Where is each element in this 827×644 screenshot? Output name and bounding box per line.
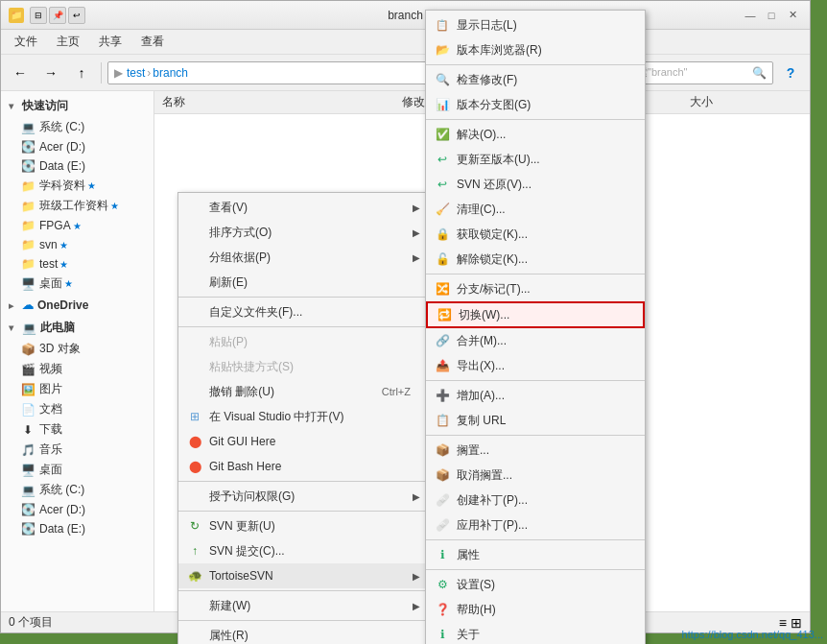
- onedrive-header[interactable]: ▸ ☁ OneDrive: [1, 296, 154, 315]
- ctx2-unstash[interactable]: 📦 取消搁置...: [426, 463, 645, 488]
- ctx2-props[interactable]: ℹ 属性: [426, 542, 645, 567]
- sidebar-item-subject[interactable]: 📁 学科资料 ★: [1, 176, 154, 196]
- ctx-vs[interactable]: ⊞ 在 Visual Studio 中打开(V): [178, 404, 426, 429]
- ctx2-removelock[interactable]: 🔓 解除锁定(K)...: [426, 247, 645, 272]
- ctx-svnupdate-icon: ↻: [186, 517, 203, 535]
- sidebar-pc-doc[interactable]: 📄 文档: [1, 399, 154, 419]
- sidebar-pc-c2-label: 系统 (C:): [39, 482, 84, 498]
- ctx2-getlock[interactable]: 🔒 获取锁定(K)...: [426, 222, 645, 247]
- folder-3d-icon: 📦: [20, 342, 35, 357]
- sidebar-pc-desktop2[interactable]: 🖥️ 桌面: [1, 460, 154, 480]
- ctx2-switch[interactable]: 🔁 切换(W)...: [426, 301, 645, 328]
- ctx2-branch[interactable]: 🔀 分支/标记(T)...: [426, 276, 645, 301]
- pin-icon[interactable]: 📌: [49, 7, 66, 24]
- ctx-paste-label: 粘贴(P): [209, 334, 248, 350]
- pin-star6: ★: [64, 278, 73, 289]
- ctx-svncommit[interactable]: ↑ SVN 提交(C)...: [178, 538, 426, 563]
- minimize-button[interactable]: —: [741, 6, 760, 25]
- ctx-view[interactable]: 查看(V) ▶: [178, 195, 426, 220]
- sidebar-pc-e2[interactable]: 💽 Data (E:): [1, 519, 154, 538]
- ctx2-sep4: [426, 380, 645, 381]
- ctx-properties-icon: [186, 627, 203, 644]
- ctx-paste[interactable]: 粘贴(P): [178, 329, 426, 354]
- sidebar-item-test[interactable]: 📁 test ★: [1, 254, 154, 274]
- sidebar-item-svn-label: svn: [39, 238, 58, 251]
- ctx2-stash[interactable]: 📦 搁置...: [426, 438, 645, 463]
- ctx2-applypatch[interactable]: 🩹 应用补丁(P)...: [426, 513, 645, 537]
- sidebar-item-svn[interactable]: 📁 svn ★: [1, 235, 154, 254]
- menu-bar: 文件 主页 共享 查看: [1, 30, 810, 55]
- search-icon[interactable]: 🔍: [752, 66, 767, 80]
- sidebar-pc-d2[interactable]: 💽 Acer (D:): [1, 500, 154, 519]
- ctx2-repobrowser[interactable]: 📂 版本库浏览器(R): [426, 37, 645, 62]
- ctx2-revert[interactable]: ↩ SVN 还原(V)...: [426, 172, 645, 197]
- ctx-paste-shortcut[interactable]: 粘贴快捷方式(S): [178, 354, 426, 379]
- ctx-group[interactable]: 分组依据(P) ▶: [178, 245, 426, 270]
- breadcrumb-branch[interactable]: branch: [153, 66, 188, 80]
- ctx2-help[interactable]: ❓ 帮助(H): [426, 597, 645, 622]
- ctx2-applypatch-icon: 🩹: [434, 516, 451, 534]
- folder-class-icon: 📁: [20, 199, 35, 214]
- ctx-gitgui[interactable]: ⬤ Git GUI Here: [178, 429, 426, 454]
- ctx2-about[interactable]: ℹ 关于: [426, 622, 645, 644]
- ctx2-sep7: [426, 569, 645, 570]
- forward-button[interactable]: →: [37, 60, 64, 86]
- watermark: https://blog.csdn.net/qq_413...: [682, 629, 823, 640]
- sidebar-pc-video[interactable]: 🎬 视频: [1, 359, 154, 379]
- up-button[interactable]: ↑: [68, 60, 95, 86]
- this-pc-header[interactable]: ▾ 💻 此电脑: [1, 317, 154, 339]
- sidebar-item-subject-label: 学科资料: [39, 178, 85, 194]
- ctx2-repobrowser-label: 版本库浏览器(R): [457, 42, 542, 59]
- ctx-sep2: [178, 326, 426, 327]
- ctx2-removelock-label: 解除锁定(K)...: [457, 251, 528, 268]
- ctx2-merge[interactable]: 🔗 合并(M)...: [426, 328, 645, 353]
- sidebar-pc-c2[interactable]: 💻 系统 (C:): [1, 480, 154, 500]
- sidebar-item-e[interactable]: 💽 Data (E:): [1, 156, 154, 176]
- ctx-undo[interactable]: 撤销 删除(U) Ctrl+Z: [178, 379, 426, 404]
- ctx-access[interactable]: 授予访问权限(G) ▶: [178, 484, 426, 509]
- menu-share[interactable]: 共享: [89, 32, 131, 53]
- maximize-button[interactable]: □: [762, 6, 781, 25]
- ctx2-sep6: [426, 539, 645, 540]
- sidebar-pc-download[interactable]: ⬇ 下载: [1, 419, 154, 440]
- sidebar-pc-picture[interactable]: 🖼️ 图片: [1, 379, 154, 399]
- ctx-new[interactable]: 新建(W) ▶: [178, 593, 426, 618]
- ctx2-export[interactable]: 📤 导出(X)...: [426, 353, 645, 378]
- ctx-tortoise[interactable]: 🐢 TortoiseSVN ▶: [178, 563, 426, 588]
- help-button[interactable]: ?: [777, 60, 804, 86]
- sidebar-item-class[interactable]: 📁 班级工作资料 ★: [1, 196, 154, 216]
- sidebar-item-c[interactable]: 💻 系统 (C:): [1, 117, 154, 137]
- ctx2-showlog[interactable]: 📋 显示日志(L): [426, 12, 645, 37]
- undo-icon[interactable]: ↩: [68, 7, 85, 24]
- ctx-properties[interactable]: 属性(R): [178, 623, 426, 644]
- sidebar-pc-music[interactable]: 🎵 音乐: [1, 440, 154, 460]
- ctx2-cleanup[interactable]: 🧹 清理(C)...: [426, 197, 645, 222]
- menu-file[interactable]: 文件: [5, 32, 47, 53]
- ctx2-add[interactable]: ➕ 增加(A)...: [426, 383, 645, 408]
- breadcrumb-test[interactable]: test: [127, 66, 145, 80]
- ctx-customize[interactable]: 自定义文件夹(F)...: [178, 299, 426, 324]
- sidebar-pc-3d[interactable]: 📦 3D 对象: [1, 339, 154, 359]
- back-button[interactable]: ←: [7, 60, 34, 86]
- ctx-gitbash[interactable]: ⬤ Git Bash Here: [178, 454, 426, 479]
- ctx2-copyurl[interactable]: 📋 复制 URL: [426, 408, 645, 433]
- ctx2-createpatch[interactable]: 🩹 创建补丁(P)...: [426, 488, 645, 513]
- sidebar-item-desktop[interactable]: 🖥️ 桌面 ★: [1, 274, 154, 294]
- ctx2-update[interactable]: ↩ 更新至版本(U)...: [426, 147, 645, 172]
- close-button[interactable]: ✕: [783, 6, 802, 25]
- menu-home[interactable]: 主页: [47, 32, 89, 53]
- quick-access-icon[interactable]: ⊟: [30, 7, 47, 24]
- ctx-refresh[interactable]: 刷新(E): [178, 270, 426, 295]
- window-icon: 📁: [9, 8, 24, 23]
- quick-access-header[interactable]: ▾ 快速访问: [1, 95, 154, 117]
- ctx-svnupdate[interactable]: ↻ SVN 更新(U): [178, 513, 426, 538]
- menu-view[interactable]: 查看: [131, 32, 174, 53]
- ctx-sort[interactable]: 排序方式(O) ▶: [178, 220, 426, 245]
- ctx2-branchgraph[interactable]: 📊 版本分支图(G): [426, 92, 645, 117]
- ctx-sep5: [178, 590, 426, 591]
- ctx2-resolve[interactable]: ✅ 解决(O)...: [426, 122, 645, 147]
- ctx2-settings[interactable]: ⚙ 设置(S): [426, 572, 645, 597]
- ctx2-checkmod[interactable]: 🔍 检查修改(F): [426, 67, 645, 92]
- sidebar-item-fpga[interactable]: 📁 FPGA ★: [1, 216, 154, 235]
- sidebar-item-d[interactable]: 💽 Acer (D:): [1, 137, 154, 156]
